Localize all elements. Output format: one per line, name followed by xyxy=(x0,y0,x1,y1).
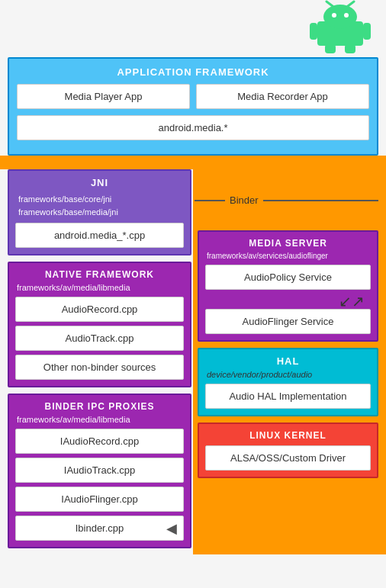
binder-ipc-title: BINDER IPC PROXIES xyxy=(15,401,184,412)
app-framework-title: APPLICATION FRAMEWORK xyxy=(17,66,369,78)
audio-policy-box: AudioPolicy Service xyxy=(205,265,371,290)
svg-point-1 xyxy=(323,5,357,29)
native-framework-path: frameworks/av/media/libmedia xyxy=(15,283,184,292)
audio-flinger-service-box: AudioFlinger Service xyxy=(205,309,371,334)
android-logo xyxy=(310,0,371,53)
jni-section: JNI frameworks/base/core/jni frameworks/… xyxy=(8,169,191,255)
double-arrow-icon: ↙↗ xyxy=(205,294,371,309)
media-recorder-box: Media Recorder App xyxy=(196,84,369,109)
arrow-left-icon: ◀ xyxy=(166,520,177,537)
hal-path: device/vendor/product/audio xyxy=(205,370,371,379)
svg-rect-6 xyxy=(310,23,317,40)
svg-line-5 xyxy=(348,2,354,6)
orange-band-top xyxy=(0,156,386,169)
iaudio-flinger-box: IAudioFlinger.cpp xyxy=(15,487,184,512)
svg-point-2 xyxy=(332,13,336,18)
alsa-driver-box: ALSA/OSS/Custom Driver xyxy=(205,445,371,471)
svg-line-4 xyxy=(326,2,333,6)
other-non-binder-box: Other non-binder sources xyxy=(15,355,184,380)
media-server-path: frameworks/av/services/audioflinger xyxy=(205,252,371,260)
svg-rect-9 xyxy=(345,44,355,53)
android-media-box: android.media.* xyxy=(17,115,369,140)
audio-record-box: AudioRecord.cpp xyxy=(15,297,184,322)
main-content: JNI frameworks/base/core/jni frameworks/… xyxy=(0,169,386,554)
right-column: Binder MEDIA SERVER frameworks/av/servic… xyxy=(193,169,386,554)
linux-kernel-title: LINUX KERNEL xyxy=(205,430,371,441)
audio-track-box: AudioTrack.cpp xyxy=(15,326,184,351)
binder-line xyxy=(195,200,378,201)
iaudio-record-box: IAudioRecord.cpp xyxy=(15,429,184,454)
media-server-section: MEDIA SERVER frameworks/av/services/audi… xyxy=(198,230,378,342)
linux-kernel-section: LINUX KERNEL ALSA/OSS/Custom Driver xyxy=(198,423,378,478)
ibinder-box: Ibinder.cpp ◀ xyxy=(15,516,184,541)
iaudio-track-box: IAudioTrack.cpp xyxy=(15,458,184,483)
native-framework-title: NATIVE FRAMEWORK xyxy=(15,269,184,280)
jni-title: JNI xyxy=(15,177,184,188)
media-server-title: MEDIA SERVER xyxy=(205,238,371,249)
jni-cpp-box: android.media_*.cpp xyxy=(15,223,184,248)
hal-section: HAL device/vendor/product/audio Audio HA… xyxy=(198,348,378,416)
app-framework-section: APPLICATION FRAMEWORK Media Player App M… xyxy=(8,57,378,156)
native-framework-section: NATIVE FRAMEWORK frameworks/av/media/lib… xyxy=(8,262,191,387)
hal-title: HAL xyxy=(205,355,371,367)
binder-ipc-path: frameworks/av/media/libmedia xyxy=(15,415,184,424)
app-row-1: Media Player App Media Recorder App xyxy=(17,84,369,109)
binder-label: Binder xyxy=(225,193,263,207)
app-row-2: android.media.* xyxy=(17,115,369,140)
jni-path1: frameworks/base/core/jni frameworks/base… xyxy=(15,193,184,218)
svg-rect-8 xyxy=(325,44,336,53)
binder-area: Binder xyxy=(195,169,386,230)
svg-point-3 xyxy=(344,13,349,18)
media-player-box: Media Player App xyxy=(17,84,190,109)
binder-ipc-section: BINDER IPC PROXIES frameworks/av/media/l… xyxy=(8,394,191,548)
hal-impl-box: Audio HAL Implementation xyxy=(205,384,371,409)
svg-rect-7 xyxy=(363,23,371,40)
left-column: JNI frameworks/base/core/jni frameworks/… xyxy=(0,169,193,554)
